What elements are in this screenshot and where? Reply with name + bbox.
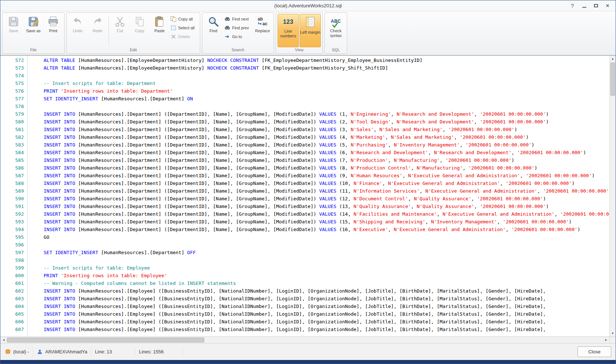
total-lines: Lines: 1556: [139, 349, 164, 354]
line-number: 607: [0, 326, 24, 333]
vertical-scroll-thumb[interactable]: [610, 63, 615, 96]
code-line: ALTER TABLE [HumanResources].[EmployeeDe…: [44, 64, 609, 72]
line-numbers-label: Line numbers: [278, 29, 298, 38]
checkmark-icon: [331, 22, 339, 29]
paste-icon: [154, 16, 165, 27]
code-line: INSERT INTO [HumanResources].[Employee] …: [44, 295, 609, 302]
group-label-sql: SQL: [325, 47, 347, 53]
code-line: -- Insert scripts for table: Department: [44, 79, 609, 87]
database-icon: [5, 349, 11, 355]
copy-all-label: Copy all: [178, 17, 193, 21]
scroll-down-arrow[interactable]: ▼: [610, 330, 616, 337]
scroll-left-arrow[interactable]: ◄: [0, 338, 7, 342]
select-all-button[interactable]: Select all: [170, 25, 198, 31]
search-icon: [208, 16, 219, 27]
code-line: INSERT INTO [HumanResources].[Department…: [44, 187, 609, 195]
save-icon: [8, 16, 19, 27]
server-name: (local) -: [13, 349, 29, 354]
find-prev-icon: [224, 25, 230, 31]
horizontal-scrollbar[interactable]: ◄ ►: [0, 337, 616, 343]
search-small-buttons: Find next Find prev Go to: [224, 14, 252, 47]
line-number: 597: [0, 249, 24, 256]
vertical-scrollbar[interactable]: ▲ ▼: [609, 56, 616, 337]
line-number: 575: [0, 79, 24, 87]
titlebar[interactable]: (local).AdventureWorks2012.sql ? ×: [0, 0, 616, 11]
line-number: 598: [0, 256, 24, 264]
line-number: 589: [0, 187, 24, 195]
code-line: INSERT INTO [HumanResources].[Department…: [44, 203, 609, 210]
code-lines[interactable]: ALTER TABLE [HumanResources].[EmployeeDe…: [27, 56, 609, 337]
scroll-right-arrow[interactable]: ►: [603, 338, 609, 342]
user-icon: [37, 349, 43, 355]
find-prev-button[interactable]: Find prev: [224, 25, 252, 31]
code-line: INSERT INTO [HumanResources].[Employee] …: [44, 287, 609, 295]
code-line: INSERT INTO [HumanResources].[Department…: [44, 133, 609, 141]
copy-label: Copy: [135, 29, 144, 33]
save-as-button[interactable]: Save as: [24, 14, 43, 47]
cut-button[interactable]: Cut: [110, 14, 129, 47]
minimize-button[interactable]: [578, 1, 590, 11]
close-window-button[interactable]: ×: [602, 1, 613, 11]
status-lines-total: Lines: 1556: [135, 347, 183, 357]
toolbar-group-sql: ABC Check syntax SQL: [324, 12, 347, 54]
code-line: INSERT INTO [HumanResources].[Employee] …: [44, 310, 609, 318]
paste-button[interactable]: Paste: [150, 14, 169, 47]
redo-button[interactable]: Redo: [88, 14, 107, 47]
code-line: [44, 256, 609, 264]
check-syntax-button[interactable]: ABC Check syntax: [326, 14, 345, 47]
help-button[interactable]: ?: [566, 1, 578, 11]
line-number-gutter[interactable]: 5725735745755765775785795805815825835845…: [0, 56, 27, 337]
line-number: 605: [0, 310, 24, 318]
code-line: [44, 103, 609, 110]
line-number: 590: [0, 195, 24, 203]
line-number: 580: [0, 118, 24, 126]
code-line: GO: [44, 233, 609, 241]
paste-label: Paste: [154, 29, 165, 33]
status-line: Line: 13: [91, 347, 135, 357]
save-as-label: Save as: [26, 29, 41, 33]
line-number: 600: [0, 272, 24, 279]
line-numbers-toggle[interactable]: 123 Line numbers: [278, 14, 299, 47]
close-button[interactable]: Close: [578, 346, 611, 357]
maximize-button[interactable]: [590, 1, 602, 11]
minimize-icon: [582, 7, 586, 8]
status-server: (local) -: [5, 347, 33, 357]
code-line: SET IDENTITY_INSERT [HumanResources].[De…: [44, 95, 609, 103]
statusbar: (local) - ARAMEX\AhmadYa Line: 13 Lines:…: [0, 343, 616, 360]
toolbar: Save Save as Print File: [0, 11, 616, 55]
copy-all-button[interactable]: Copy all: [170, 16, 198, 22]
toolbar-group-file: Save Save as Print File: [2, 12, 65, 54]
edit-small-buttons: Copy all Select all Delete: [170, 14, 198, 47]
undo-icon: [72, 16, 84, 27]
undo-button[interactable]: Undo: [68, 14, 87, 47]
code-line: PRINT 'Inserting rows into table: Depart…: [44, 87, 609, 95]
code-line: INSERT INTO [HumanResources].[Department…: [44, 179, 609, 187]
find-next-button[interactable]: Find next: [224, 16, 252, 22]
left-margin-toggle[interactable]: Left margin: [300, 14, 321, 47]
window-title: (local).AdventureWorks2012.sql: [0, 3, 616, 8]
find-label: Find: [209, 29, 217, 33]
save-label: Save: [9, 29, 18, 33]
window-bottom-edge: [0, 360, 616, 364]
code-editor[interactable]: 5725735745755765775785795805815825835845…: [0, 56, 609, 337]
group-label-search: Search: [202, 47, 274, 53]
undo-label: Undo: [73, 29, 82, 33]
copy-button[interactable]: Copy: [130, 14, 149, 47]
find-button[interactable]: Find: [204, 14, 223, 47]
current-line: Line: 13: [95, 349, 112, 354]
line-number: 573: [0, 64, 24, 72]
save-button[interactable]: Save: [4, 14, 23, 47]
line-number: 601: [0, 279, 24, 287]
vertical-scroll-track[interactable]: [610, 96, 616, 330]
line-numbers-icon: 123: [283, 16, 293, 28]
print-button[interactable]: Print: [44, 14, 63, 47]
replace-button[interactable]: ab ac Replace: [253, 14, 272, 47]
go-to-button[interactable]: Go to: [224, 33, 252, 40]
horizontal-scroll-thumb[interactable]: [7, 338, 204, 342]
scroll-up-arrow[interactable]: ▲: [610, 56, 616, 62]
delete-button[interactable]: Delete: [170, 33, 198, 40]
check-syntax-icon: ABC: [330, 16, 342, 27]
redo-label: Redo: [93, 29, 102, 33]
delete-label: Delete: [178, 34, 190, 39]
select-all-label: Select all: [178, 26, 195, 30]
